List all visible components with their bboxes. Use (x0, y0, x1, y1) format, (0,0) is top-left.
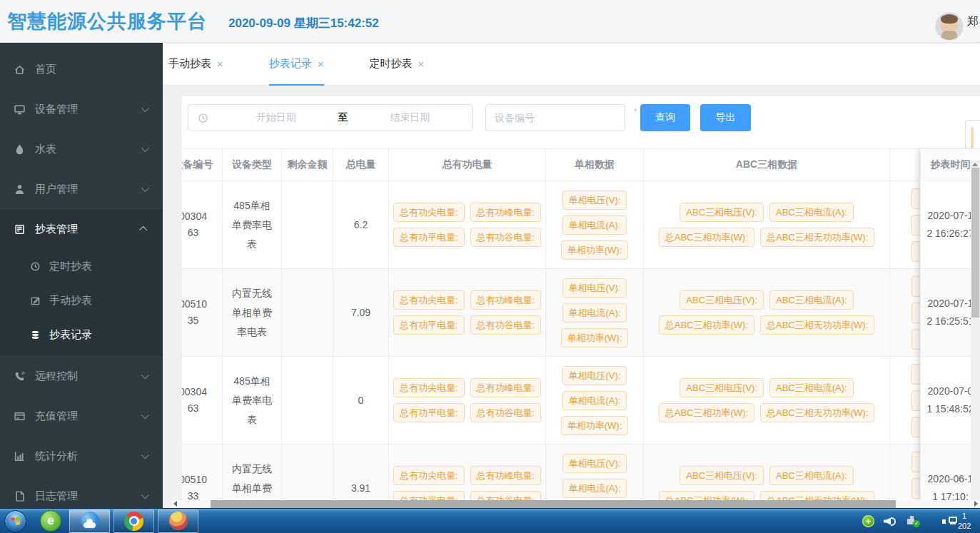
date-range-picker[interactable]: 开始日期 至 结束日期 (188, 104, 473, 131)
taskbar-app-photos[interactable] (158, 509, 198, 533)
file-icon (14, 490, 26, 502)
usb-device-icon[interactable]: ✓ (906, 515, 920, 527)
sidebar-item-device-mgmt[interactable]: 设备管理 (0, 89, 163, 129)
single-phase-cell: 单相电压(V): 单相电流(A): 单相功率(W): (546, 269, 644, 356)
energy-tag: 总有功尖电量: (393, 378, 465, 397)
abc-phase-tag: ABC三相电压(V): (680, 466, 764, 485)
sidebar-item-recharge-mgmt[interactable]: 充值管理 (0, 396, 163, 436)
bar-chart-icon (14, 450, 26, 462)
abc-phase-cell: ABC三相电压(V): ABC三相电流(A): 总ABC三相功率(W): 总AB… (644, 445, 890, 500)
tab-manual-reading[interactable]: 手动抄表 × (168, 43, 223, 85)
device-type-cell: 485单相单费率电表 (223, 357, 282, 444)
device-no-cell: 0030463 (182, 181, 223, 268)
taskbar-app-chrome[interactable] (113, 509, 154, 533)
horizontal-scrollbar-thumb[interactable] (211, 500, 896, 508)
taskbar-clock[interactable]: 1 202 (958, 511, 980, 531)
screen: 智慧能源公共服务平台 2020-09-09 星期三15:42:52 郑 首页 设… (0, 0, 980, 533)
droplet-icon (14, 143, 26, 156)
sidebar-item-manual-reading[interactable]: 手动抄表 (0, 283, 163, 318)
energy-tag: 总有功谷电量: (470, 491, 542, 500)
sidebar-item-label: 统计分析 (35, 450, 141, 463)
range-separator: 至 (338, 111, 348, 124)
abc-phase-tag: ABC三相电流(A): (769, 466, 854, 485)
vertical-scrollbar-thumb[interactable] (971, 168, 979, 318)
single-phase-tag: 单相功率(W): (561, 240, 629, 260)
device-no-cell: 0051033 (182, 445, 223, 500)
scroll-up-arrow-icon[interactable] (972, 163, 978, 166)
app-header: 智慧能源公共服务平台 2020-09-09 星期三15:42:52 郑 (0, 0, 980, 43)
check-icon: ✓ (913, 520, 920, 527)
energy-tag: 总有功平电量: (393, 403, 465, 422)
abc-phase-tag: ABC三相电流(A): (769, 290, 854, 310)
active-energy-cell: 总有功尖电量: 总有功峰电量: 总有功平电量: 总有功谷电量: (389, 181, 546, 268)
browser-360-icon[interactable]: e (40, 510, 61, 532)
abc-phase-tag: 总ABC三相功率(W): (659, 228, 754, 247)
device-no-cell: 0051035 (182, 269, 223, 356)
sidebar-item-meter-reading-mgmt[interactable]: 抄表管理 (0, 209, 163, 249)
sidebar-item-user-mgmt[interactable]: 用户管理 (0, 169, 163, 209)
sidebar-item-label: 设备管理 (35, 103, 141, 116)
taskbar-app-qq-browser[interactable] (69, 509, 110, 533)
user-avatar[interactable] (935, 12, 964, 41)
export-button[interactable]: 导出 (700, 104, 751, 131)
chevron-down-icon (141, 144, 149, 152)
abc-phase-cell: ABC三相电压(V): ABC三相电流(A): 总ABC三相功率(W): 总AB… (644, 357, 890, 444)
monitor-icon (14, 103, 26, 116)
sidebar-item-label: 首页 (35, 63, 147, 76)
windows-taskbar: e + ✓ 1 202 (0, 508, 980, 533)
sidebar-group-meter-reading: 抄表管理 定时抄表 手动抄表 抄表记录 (0, 209, 163, 356)
antivirus-tray-icon[interactable]: + (862, 515, 874, 527)
tab-reading-records[interactable]: 抄表记录 × (269, 43, 324, 85)
abc-phase-tag: ABC三相电流(A): (769, 203, 854, 222)
database-icon (30, 330, 41, 340)
close-icon[interactable]: × (418, 58, 425, 70)
start-button[interactable] (4, 510, 26, 532)
end-date-placeholder[interactable]: 结束日期 (348, 111, 473, 124)
scroll-right-arrow-icon[interactable] (974, 501, 978, 507)
network-icon[interactable] (942, 515, 957, 527)
energy-tag: 总有功谷电量: (470, 403, 542, 422)
edit-icon (30, 295, 41, 306)
table-row: 0051033 内置无线单相单费率电表 3.91 总有功尖电量: 总有功峰电量:… (182, 445, 969, 500)
main-panel: 开始日期 至 结束日期 ` 查询 导出 设备编号 设备类型 剩余金额 总电量 总… (182, 96, 980, 508)
sidebar-item-home[interactable]: 首页 (0, 49, 163, 89)
chrome-icon (124, 512, 143, 531)
scroll-left-arrow-icon[interactable] (173, 501, 177, 507)
stray-mark: ` (634, 107, 637, 119)
tab-label: 手动抄表 (168, 57, 211, 71)
abc-phase-tag: 总ABC三相功率(W): (659, 491, 754, 500)
table-row: 0051035 内置无线单相单费率电表 7.09 总有功尖电量: 总有功峰电量:… (182, 269, 969, 357)
sidebar-item-remote-control[interactable]: 远程控制 (0, 356, 163, 396)
username: 郑 (967, 14, 979, 29)
device-no-input[interactable] (485, 104, 625, 131)
sidebar-item-label: 充值管理 (35, 410, 141, 423)
app-title: 智慧能源公共服务平台 (7, 9, 207, 34)
table-row: 0030463 485单相单费率电表 0 总有功尖电量: 总有功峰电量: 总有功… (182, 357, 969, 445)
single-phase-tag: 单相电流(A): (562, 479, 627, 498)
sidebar-item-scheduled-reading[interactable]: 定时抄表 (0, 249, 163, 283)
volume-icon[interactable] (884, 516, 897, 527)
phone-icon (14, 370, 26, 382)
table-header-row: 设备编号 设备类型 剩余金额 总电量 总有功电量 单相数据 ABC三相数据 (182, 148, 969, 181)
sidebar-item-statistics[interactable]: 统计分析 (0, 436, 163, 476)
device-type-cell: 内置无线单相单费率电表 (223, 269, 282, 356)
sidebar-item-label: 日志管理 (35, 489, 141, 503)
energy-tag: 总有功尖电量: (393, 290, 465, 310)
sidebar-item-water-meter[interactable]: 水表 (0, 129, 163, 169)
vertical-scrollbar[interactable] (971, 161, 980, 500)
energy-tag: 总有功平电量: (393, 228, 465, 247)
query-button[interactable]: 查询 (640, 104, 690, 131)
horizontal-scrollbar[interactable] (171, 500, 980, 508)
single-phase-tag: 单相电压(V): (562, 454, 627, 473)
start-date-placeholder[interactable]: 开始日期 (214, 111, 338, 124)
sidebar-item-reading-records[interactable]: 抄表记录 (0, 318, 163, 352)
active-energy-cell: 总有功尖电量: 总有功峰电量: 总有功平电量: 总有功谷电量: (389, 357, 546, 444)
abc-phase-tag: 总ABC三相无功功率(W): (760, 228, 874, 247)
close-icon[interactable]: × (318, 58, 324, 70)
balance-cell (282, 181, 333, 268)
tab-scheduled-reading[interactable]: 定时抄表 × (370, 43, 425, 85)
single-phase-cell: 单相电压(V): 单相电流(A): 单相功率(W): (546, 357, 644, 444)
chevron-down-icon (141, 451, 149, 459)
active-energy-cell: 总有功尖电量: 总有功峰电量: 总有功平电量: 总有功谷电量: (389, 269, 546, 356)
close-icon[interactable]: × (217, 58, 223, 70)
